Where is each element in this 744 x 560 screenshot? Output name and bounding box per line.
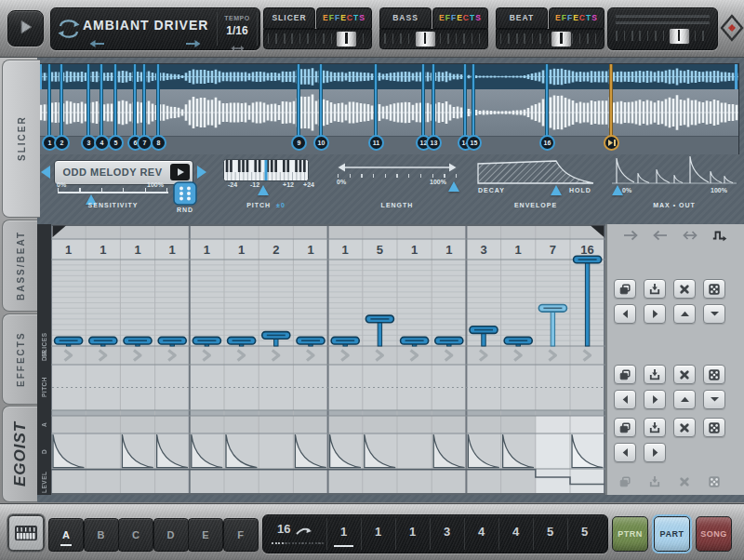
chain-slot-6[interactable]: 4 — [498, 515, 533, 553]
chain-length[interactable]: 16 — [267, 515, 323, 553]
bank-d-button[interactable]: D — [153, 518, 189, 552]
randomize-dice-button[interactable] — [173, 181, 197, 209]
slice-step-5[interactable] — [193, 337, 220, 346]
play-button[interactable] — [7, 10, 44, 47]
delete-button[interactable] — [673, 279, 696, 299]
slice-marker-16[interactable]: 16 — [539, 135, 555, 151]
mode-song-button[interactable]: SONG — [696, 516, 732, 552]
slice-step-3[interactable] — [124, 337, 152, 346]
envelope-handle[interactable] — [551, 185, 562, 195]
slice-marker-10[interactable]: 10 — [313, 135, 329, 151]
slider-handle[interactable] — [551, 31, 572, 47]
paste-button[interactable] — [644, 279, 666, 299]
slider-handle[interactable] — [415, 31, 436, 47]
slice-step-8[interactable] — [297, 337, 325, 346]
nudge-left-button[interactable] — [614, 390, 636, 409]
wave-end-marker[interactable] — [735, 64, 737, 89]
bank-b-button[interactable]: B — [84, 518, 119, 552]
channel-slicer-effects-tab[interactable]: EFFECTS — [316, 7, 372, 29]
preset-name[interactable]: AMBIANT DRIVER — [83, 18, 207, 33]
channel-slicer-tab[interactable]: SLICER — [263, 7, 315, 29]
maxout-graph[interactable] — [612, 155, 737, 189]
slice-step-11[interactable] — [401, 337, 429, 346]
nudge-left-button[interactable] — [614, 304, 636, 324]
copy-button[interactable] — [614, 279, 636, 299]
slice-marker-9[interactable]: 9 — [291, 135, 307, 151]
length-handle[interactable] — [448, 181, 459, 192]
slice-step-2[interactable] — [89, 337, 117, 346]
channel-bass-volume-slider[interactable] — [379, 29, 488, 49]
delete-button[interactable] — [673, 418, 696, 437]
playhead-marker[interactable] — [604, 135, 619, 151]
bank-e-button[interactable]: E — [188, 518, 223, 552]
paste-button[interactable] — [644, 418, 666, 437]
channel-beat-volume-slider[interactable] — [496, 29, 604, 49]
slice-step-1[interactable] — [55, 337, 83, 346]
sequencer-grid[interactable]: 11111121151131716 — [51, 224, 605, 495]
pulse-arrow-icon[interactable] — [708, 228, 732, 243]
chain-slot-8[interactable]: 5 — [567, 515, 602, 553]
mode-part-button[interactable]: PART — [654, 516, 690, 552]
dice-button[interactable] — [703, 279, 725, 299]
sidebar-tab-slicer[interactable]: SLICER — [2, 60, 40, 218]
chain-slot-7[interactable]: 5 — [533, 515, 567, 553]
nudge-right-button[interactable] — [644, 443, 666, 462]
copy-button[interactable] — [614, 365, 636, 384]
channel-beat-tab[interactable]: BEAT — [496, 7, 548, 29]
chain-slot-1[interactable]: 1 — [326, 515, 361, 553]
chain-slot-3[interactable]: 1 — [395, 515, 430, 553]
preset-preview-play-button[interactable] — [170, 164, 190, 180]
bank-a-button[interactable]: A — [48, 518, 84, 552]
nudge-down-button[interactable] — [703, 304, 725, 324]
loop-icons[interactable] — [56, 13, 82, 48]
nudge-left-button[interactable] — [614, 443, 636, 462]
sensitivity-track[interactable] — [58, 192, 168, 193]
arrow-right-icon[interactable] — [618, 228, 643, 243]
sidebar-tab-bass-beat[interactable]: BASS/BEAT — [2, 220, 38, 312]
paste-button[interactable] — [644, 365, 666, 384]
sidebar-tab-effects[interactable]: EFFECTS — [2, 313, 38, 405]
nudge-up-button[interactable] — [673, 390, 696, 409]
channel-slicer-volume-slider[interactable] — [263, 29, 372, 49]
slice-step-14[interactable] — [504, 337, 532, 346]
chain-slot-4[interactable]: 3 — [430, 515, 464, 553]
nudge-right-button[interactable] — [644, 304, 666, 324]
slice-marker-11[interactable]: 11 — [368, 135, 384, 151]
pitch-handle[interactable] — [258, 185, 269, 195]
waveform-overview[interactable] — [39, 64, 738, 90]
slice-step-9[interactable] — [331, 337, 359, 346]
waveform-display[interactable] — [39, 89, 738, 136]
envelope-graph[interactable] — [476, 157, 595, 189]
preset-next-button[interactable] — [197, 166, 206, 179]
preset-prev-button[interactable] — [41, 166, 50, 179]
slice-marker-5[interactable]: 5 — [108, 135, 124, 151]
master-volume-handle[interactable] — [669, 28, 690, 45]
nudge-right-button[interactable] — [644, 390, 666, 409]
delete-button[interactable] — [673, 365, 696, 384]
master-volume-slider[interactable] — [612, 27, 711, 46]
slice-step-6[interactable] — [228, 337, 256, 346]
slice-marker-13[interactable]: 13 — [426, 135, 442, 151]
preset-prev-arrow-icon[interactable] — [88, 35, 105, 52]
chain-slot-2[interactable]: 1 — [361, 515, 395, 553]
channel-beat-effects-tab[interactable]: EFFECTS — [549, 7, 604, 29]
slice-marker-8[interactable]: 8 — [151, 135, 166, 151]
slice-marker-15[interactable]: 15 — [466, 135, 482, 151]
slice-step-4[interactable] — [158, 337, 186, 346]
channel-bass-effects-tab[interactable]: EFFECTS — [432, 7, 488, 29]
copy-button[interactable] — [614, 418, 636, 437]
keyboard-toggle-button[interactable] — [7, 514, 45, 552]
maxout-handle[interactable] — [612, 185, 623, 195]
mode-ptrn-button[interactable]: PTRN — [612, 516, 648, 552]
bank-c-button[interactable]: C — [118, 518, 153, 552]
bank-f-button[interactable]: F — [223, 518, 259, 552]
nudge-up-button[interactable] — [673, 304, 696, 324]
dice-button[interactable] — [703, 365, 725, 384]
nudge-down-button[interactable] — [703, 390, 725, 409]
slice-marker-2[interactable]: 2 — [54, 135, 70, 151]
slice-step-12[interactable] — [435, 337, 463, 346]
slider-handle[interactable] — [336, 31, 357, 47]
arrow-left-icon[interactable] — [648, 228, 672, 243]
channel-bass-tab[interactable]: BASS — [379, 7, 432, 29]
arrow-both-icon[interactable] — [678, 228, 702, 243]
